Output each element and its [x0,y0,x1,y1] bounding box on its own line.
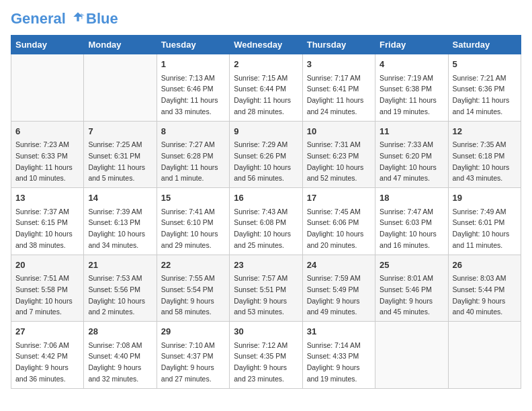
day-number: 21 [88,259,152,272]
logo-text: General [11,11,85,27]
day-info: Sunrise: 7:15 AMSunset: 6:44 PMDaylight:… [234,74,291,116]
calendar-week-2: 6 Sunrise: 7:23 AMSunset: 6:33 PMDayligh… [11,121,521,188]
header-row: SundayMondayTuesdayWednesdayThursdayFrid… [11,36,521,54]
day-number: 5 [453,58,517,71]
header-day-wednesday: Wednesday [230,36,302,54]
calendar-cell: 28 Sunrise: 7:08 AMSunset: 4:40 PMDaylig… [84,322,157,389]
day-info: Sunrise: 7:39 AMSunset: 6:13 PMDaylight:… [88,208,145,249]
header-day-tuesday: Tuesday [157,36,229,54]
day-info: Sunrise: 7:43 AMSunset: 6:08 PMDaylight:… [234,208,291,249]
day-number: 31 [307,325,371,338]
day-number: 14 [88,191,152,205]
day-number: 2 [234,58,298,71]
day-info: Sunrise: 7:51 AMSunset: 5:58 PMDaylight:… [15,274,73,316]
calendar-cell: 4 Sunrise: 7:19 AMSunset: 6:38 PMDayligh… [375,54,448,122]
logo-icon [71,10,85,24]
calendar-cell: 5 Sunrise: 7:21 AMSunset: 6:36 PMDayligh… [448,54,521,122]
day-info: Sunrise: 7:37 AMSunset: 6:15 PMDaylight:… [15,208,73,249]
day-info: Sunrise: 7:14 AMSunset: 4:33 PMDaylight:… [307,341,361,383]
calendar-cell: 8 Sunrise: 7:27 AMSunset: 6:28 PMDayligh… [157,121,229,188]
day-info: Sunrise: 7:21 AMSunset: 6:36 PMDaylight:… [453,74,510,116]
calendar-cell: 18 Sunrise: 7:47 AMSunset: 6:03 PMDaylig… [375,188,448,255]
day-number: 22 [161,259,225,272]
day-number: 19 [453,191,517,205]
calendar-cell: 7 Sunrise: 7:25 AMSunset: 6:31 PMDayligh… [84,121,157,188]
calendar-cell: 24 Sunrise: 7:59 AMSunset: 5:49 PMDaylig… [302,255,375,322]
day-number: 20 [15,259,79,272]
calendar-week-5: 27 Sunrise: 7:06 AMSunset: 4:42 PMDaylig… [11,322,521,389]
calendar-cell: 3 Sunrise: 7:17 AMSunset: 6:41 PMDayligh… [302,54,375,122]
day-info: Sunrise: 7:23 AMSunset: 6:33 PMDaylight:… [15,140,73,182]
day-number: 1 [161,58,225,71]
header-day-saturday: Saturday [448,36,521,54]
day-info: Sunrise: 7:12 AMSunset: 4:35 PMDaylight:… [234,341,287,383]
calendar-cell: 26 Sunrise: 8:03 AMSunset: 5:44 PMDaylig… [448,255,521,322]
day-number: 7 [88,125,152,138]
day-info: Sunrise: 7:29 AMSunset: 6:26 PMDaylight:… [234,140,291,182]
day-info: Sunrise: 8:01 AMSunset: 5:46 PMDaylight:… [380,274,433,316]
header-day-thursday: Thursday [302,36,375,54]
day-number: 10 [307,125,371,138]
day-info: Sunrise: 7:53 AMSunset: 5:56 PMDaylight:… [88,274,145,316]
calendar-cell: 10 Sunrise: 7:31 AMSunset: 6:23 PMDaylig… [302,121,375,188]
calendar-cell: 27 Sunrise: 7:06 AMSunset: 4:42 PMDaylig… [11,322,84,389]
calendar-cell: 17 Sunrise: 7:45 AMSunset: 6:06 PMDaylig… [302,188,375,255]
day-info: Sunrise: 7:08 AMSunset: 4:40 PMDaylight:… [88,341,142,383]
day-number: 26 [453,259,517,272]
day-info: Sunrise: 7:33 AMSunset: 6:20 PMDaylight:… [380,140,437,182]
day-number: 3 [307,58,371,71]
day-info: Sunrise: 7:41 AMSunset: 6:10 PMDaylight:… [161,208,218,249]
day-number: 4 [380,58,443,71]
calendar-table: SundayMondayTuesdayWednesdayThursdayFrid… [11,35,521,389]
day-info: Sunrise: 7:25 AMSunset: 6:31 PMDaylight:… [88,140,145,182]
calendar-cell: 15 Sunrise: 7:41 AMSunset: 6:10 PMDaylig… [157,188,229,255]
calendar-week-1: 1 Sunrise: 7:13 AMSunset: 6:46 PMDayligh… [11,54,521,122]
calendar-week-3: 13 Sunrise: 7:37 AMSunset: 6:15 PMDaylig… [11,188,521,255]
calendar-cell: 12 Sunrise: 7:35 AMSunset: 6:18 PMDaylig… [448,121,521,188]
day-number: 18 [380,191,443,205]
day-number: 13 [15,191,79,205]
calendar-cell: 20 Sunrise: 7:51 AMSunset: 5:58 PMDaylig… [11,255,84,322]
calendar-cell: 6 Sunrise: 7:23 AMSunset: 6:33 PMDayligh… [11,121,84,188]
header-day-friday: Friday [375,36,448,54]
day-number: 16 [234,191,298,205]
calendar-week-4: 20 Sunrise: 7:51 AMSunset: 5:58 PMDaylig… [11,255,521,322]
calendar-cell [375,322,448,389]
calendar-cell: 9 Sunrise: 7:29 AMSunset: 6:26 PMDayligh… [230,121,302,188]
calendar-cell: 29 Sunrise: 7:10 AMSunset: 4:37 PMDaylig… [157,322,229,389]
header-day-sunday: Sunday [11,36,84,54]
day-number: 8 [161,125,225,138]
calendar-cell: 2 Sunrise: 7:15 AMSunset: 6:44 PMDayligh… [230,54,302,122]
logo-text2: Blue [86,11,118,27]
calendar-cell [11,54,84,122]
day-info: Sunrise: 7:59 AMSunset: 5:49 PMDaylight:… [307,274,361,316]
day-number: 30 [234,325,298,338]
page-header: General Blue [11,11,521,27]
day-info: Sunrise: 7:57 AMSunset: 5:51 PMDaylight:… [234,274,287,316]
day-number: 25 [380,259,443,272]
calendar-cell: 25 Sunrise: 8:01 AMSunset: 5:46 PMDaylig… [375,255,448,322]
calendar-cell: 22 Sunrise: 7:55 AMSunset: 5:54 PMDaylig… [157,255,229,322]
day-info: Sunrise: 7:55 AMSunset: 5:54 PMDaylight:… [161,274,215,316]
day-number: 15 [161,191,225,205]
day-info: Sunrise: 7:45 AMSunset: 6:06 PMDaylight:… [307,208,364,249]
day-info: Sunrise: 7:10 AMSunset: 4:37 PMDaylight:… [161,341,215,383]
day-info: Sunrise: 7:13 AMSunset: 6:46 PMDaylight:… [161,74,218,116]
day-info: Sunrise: 7:27 AMSunset: 6:28 PMDaylight:… [161,140,218,182]
day-number: 11 [380,125,443,138]
calendar-cell: 23 Sunrise: 7:57 AMSunset: 5:51 PMDaylig… [230,255,302,322]
day-info: Sunrise: 7:35 AMSunset: 6:18 PMDaylight:… [453,140,510,182]
day-info: Sunrise: 7:47 AMSunset: 6:03 PMDaylight:… [380,208,437,249]
calendar-cell: 31 Sunrise: 7:14 AMSunset: 4:33 PMDaylig… [302,322,375,389]
day-number: 24 [307,259,371,272]
calendar-cell: 14 Sunrise: 7:39 AMSunset: 6:13 PMDaylig… [84,188,157,255]
calendar-cell: 30 Sunrise: 7:12 AMSunset: 4:35 PMDaylig… [230,322,302,389]
day-number: 9 [234,125,298,138]
header-day-monday: Monday [84,36,157,54]
day-info: Sunrise: 7:49 AMSunset: 6:01 PMDaylight:… [453,208,510,249]
calendar-cell [448,322,521,389]
day-number: 12 [453,125,517,138]
calendar-cell: 1 Sunrise: 7:13 AMSunset: 6:46 PMDayligh… [157,54,229,122]
day-number: 23 [234,259,298,272]
calendar-cell: 19 Sunrise: 7:49 AMSunset: 6:01 PMDaylig… [448,188,521,255]
